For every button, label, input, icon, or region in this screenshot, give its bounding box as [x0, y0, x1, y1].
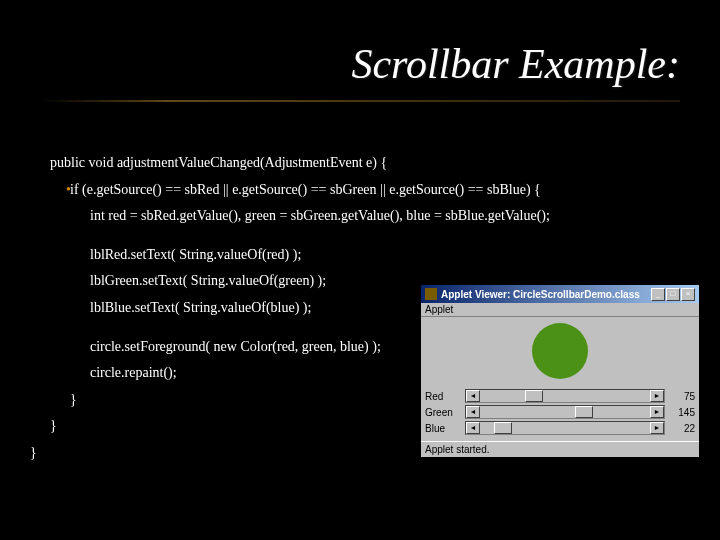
maximize-button[interactable]: □ [666, 288, 680, 301]
code-line: public void adjustmentValueChanged(Adjus… [30, 150, 550, 177]
code-line: if (e.getSource() == sbRed || e.getSourc… [30, 177, 550, 204]
arrow-right-icon[interactable]: ► [650, 406, 664, 418]
applet-icon [425, 288, 437, 300]
arrow-left-icon[interactable]: ◄ [466, 390, 480, 402]
slider-label: Blue [425, 423, 461, 434]
applet-titlebar: Applet Viewer: CircleScrollbarDemo.class… [421, 285, 699, 303]
arrow-left-icon[interactable]: ◄ [466, 422, 480, 434]
arrow-right-icon[interactable]: ► [650, 422, 664, 434]
slider-row-blue: Blue ◄ ► 22 [425, 421, 695, 435]
applet-window: Applet Viewer: CircleScrollbarDemo.class… [420, 284, 700, 458]
arrow-left-icon[interactable]: ◄ [466, 406, 480, 418]
applet-status: Applet started. [421, 441, 699, 457]
slider-value: 145 [669, 407, 695, 418]
title-underline [40, 100, 680, 102]
code-line: int red = sbRed.getValue(), green = sbGr… [30, 203, 550, 230]
slider-label: Red [425, 391, 461, 402]
applet-body: Red ◄ ► 75 Green ◄ ► 145 Blue ◄ ► [421, 317, 699, 441]
slider-track-red[interactable]: ◄ ► [465, 389, 665, 403]
arrow-right-icon[interactable]: ► [650, 390, 664, 402]
slider-thumb[interactable] [525, 390, 543, 402]
slider-thumb[interactable] [575, 406, 593, 418]
code-line: lblRed.setText( String.valueOf(red) ); [30, 242, 550, 269]
slider-label: Green [425, 407, 461, 418]
applet-menu[interactable]: Applet [421, 303, 699, 317]
slider-row-red: Red ◄ ► 75 [425, 389, 695, 403]
applet-title-text: Applet Viewer: CircleScrollbarDemo.class [441, 289, 651, 300]
close-button[interactable]: × [681, 288, 695, 301]
minimize-button[interactable]: _ [651, 288, 665, 301]
slide-title: Scrollbar Example: [351, 40, 680, 88]
slider-row-green: Green ◄ ► 145 [425, 405, 695, 419]
slider-track-green[interactable]: ◄ ► [465, 405, 665, 419]
slider-value: 22 [669, 423, 695, 434]
slider-track-blue[interactable]: ◄ ► [465, 421, 665, 435]
slider-value: 75 [669, 391, 695, 402]
slider-thumb[interactable] [494, 422, 512, 434]
color-circle [532, 323, 588, 379]
